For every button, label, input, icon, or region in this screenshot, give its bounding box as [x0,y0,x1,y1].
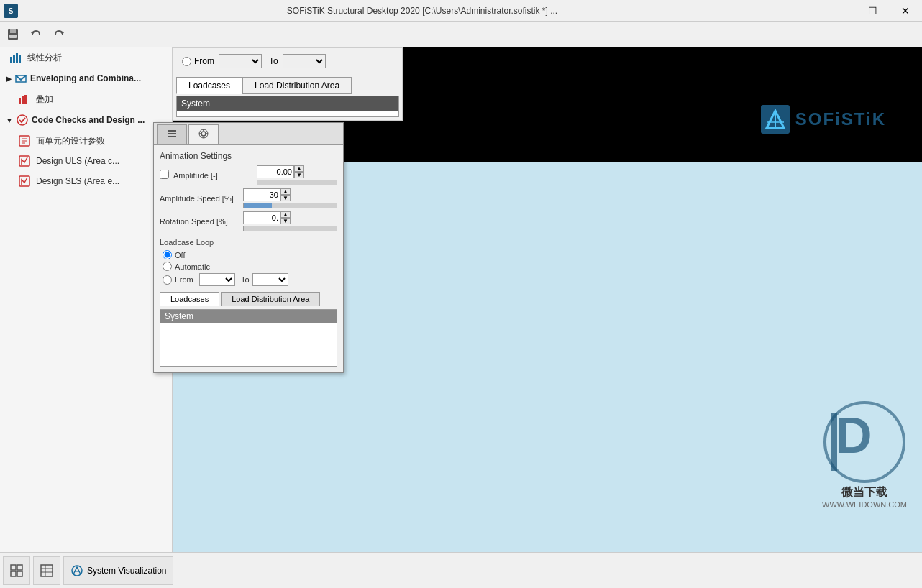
amplitude-speed-down[interactable]: ▼ [280,195,291,201]
amplitude-slider-container: ▲ ▼ [257,165,337,185]
close-button[interactable]: ✕ [889,0,922,22]
from-radio-behind[interactable] [182,57,191,66]
app-icon: S [0,0,22,22]
amplitude-checkbox[interactable] [160,170,169,179]
amplitude-input[interactable] [257,165,294,178]
amplitude-speed-up[interactable]: ▲ [280,188,291,195]
sidebar-item-linear-analysis[interactable]: 线性分析 [0,47,172,68]
radio-automatic[interactable] [163,262,172,271]
statusbar-btn-grid[interactable] [3,556,30,585]
bottom-tab-row: Loadcases Load Distribution Area [160,292,337,306]
radio-row-auto: Automatic [160,262,337,271]
svg-point-15 [17,115,27,125]
amplitude-speed-container: ▲ ▼ [243,188,337,208]
weidong-text: 微当下载 [841,485,887,500]
sidebar-label-linear: 线性分析 [27,52,62,64]
svg-rect-40 [11,571,16,576]
radio-row-off: Off [160,250,337,259]
rotation-speed-spin: ▲ ▼ [243,211,337,224]
rotation-speed-input[interactable] [243,211,280,224]
save-button[interactable] [3,24,23,45]
sidebar-label-enveloping: Enveloping and Combina... [30,73,141,83]
sidebar-label-code-checks: Code Checks and Design ... [32,115,145,125]
rotation-speed-down[interactable]: ▼ [280,218,291,224]
svg-rect-39 [17,565,22,570]
tab-loadcases-behind[interactable]: Loadcases [176,77,242,94]
amplitude-up[interactable]: ▲ [294,165,304,172]
statusbar-btn-visualization[interactable]: System Visualization [63,556,173,585]
svg-rect-38 [11,565,16,570]
sidebar-item-add[interactable]: 叠加 [0,89,172,109]
from-label: From [175,275,196,284]
statusbar-btn-table[interactable] [33,556,60,585]
amplitude-speed-label: Amplitude Speed [%] [160,194,239,203]
redo-button[interactable] [49,24,69,45]
radio-off[interactable] [163,250,172,259]
sidebar-section-enveloping[interactable]: ▶ Enveloping and Combina... [0,68,172,89]
to-select[interactable] [252,273,288,286]
radio-from[interactable] [163,275,172,285]
animation-settings-label: Animation Settings [160,151,337,161]
loadcase-list: System [160,309,337,367]
bottom-tab-load-dist[interactable]: Load Distribution Area [221,292,320,306]
amplitude-cb-row [160,170,169,179]
svg-rect-13 [22,96,24,104]
list-icon [166,128,178,139]
sidebar-item-design-uls[interactable]: Design ULS (Area c... [0,151,172,171]
table-icon [40,564,54,578]
svg-rect-4 [9,35,17,38]
rotation-speed-track[interactable] [243,226,337,231]
statusbar: System Visualization [0,552,922,588]
list-item-system[interactable]: System [160,310,337,323]
design-params-icon [17,134,32,148]
svg-rect-41 [17,571,22,576]
svg-rect-14 [24,95,27,104]
svg-rect-7 [10,57,12,63]
expand-icon: ▶ [6,75,12,83]
tab-load-dist-behind[interactable]: Load Distribution Area [242,77,352,94]
settings-icon [198,128,209,139]
svg-point-32 [201,132,206,136]
amplitude-down[interactable]: ▼ [294,172,304,178]
amplitude-row: Amplitude [-] ▲ ▼ [160,165,337,185]
amplitude-speed-arrows: ▲ ▼ [280,188,291,201]
float-tab-list[interactable] [157,124,187,144]
from-select-behind[interactable] [219,54,262,68]
amplitude-speed-input[interactable] [243,188,280,201]
amplitude-label: Amplitude [-] [173,171,252,180]
radio-auto-label: Automatic [175,262,210,271]
rotation-speed-up[interactable]: ▲ [280,211,291,218]
svg-rect-8 [13,55,15,63]
bottom-tab-loadcases[interactable]: Loadcases [160,292,219,306]
to-select-behind[interactable] [283,54,326,68]
add-icon [17,92,32,106]
sidebar-item-design-sls[interactable]: Design SLS (Area e... [0,171,172,191]
amplitude-speed-track[interactable] [243,203,337,208]
amplitude-arrows: ▲ ▼ [294,165,304,178]
sls-icon [17,174,32,188]
loadcase-loop-section: Loadcase Loop [160,237,337,247]
toolbar [0,22,922,47]
float-panel: Animation Settings Amplitude [-] ▲ ▼ [153,122,344,373]
list-behind: System [176,96,399,117]
sidebar-section-code-checks[interactable]: ▼ Code Checks and Design ... [0,109,172,131]
window-title: SOFiSTiK Structural Desktop 2020 [C:\Use… [22,6,823,16]
grid-icon [9,564,24,578]
undo-button[interactable] [26,24,46,45]
svg-rect-3 [10,29,16,33]
behind-panel: From To Loadcases Load Distribution Area… [173,47,403,121]
rotation-speed-container: ▲ ▼ [243,211,337,231]
code-checks-icon [16,114,29,127]
amplitude-track[interactable] [257,180,337,185]
sidebar-label-add: 叠加 [36,93,53,106]
float-panel-tab-bar [154,123,343,145]
from-radio-group: From [182,56,214,66]
minimize-button[interactable]: — [823,0,856,22]
system-item-behind[interactable]: System [177,96,398,111]
from-select[interactable] [199,273,235,286]
svg-rect-9 [16,53,18,63]
maximize-button[interactable]: ☐ [856,0,889,22]
svg-rect-31 [168,136,176,137]
sidebar-item-design-params[interactable]: 面单元的设计参数 [0,131,172,151]
float-tab-settings[interactable] [188,124,219,144]
